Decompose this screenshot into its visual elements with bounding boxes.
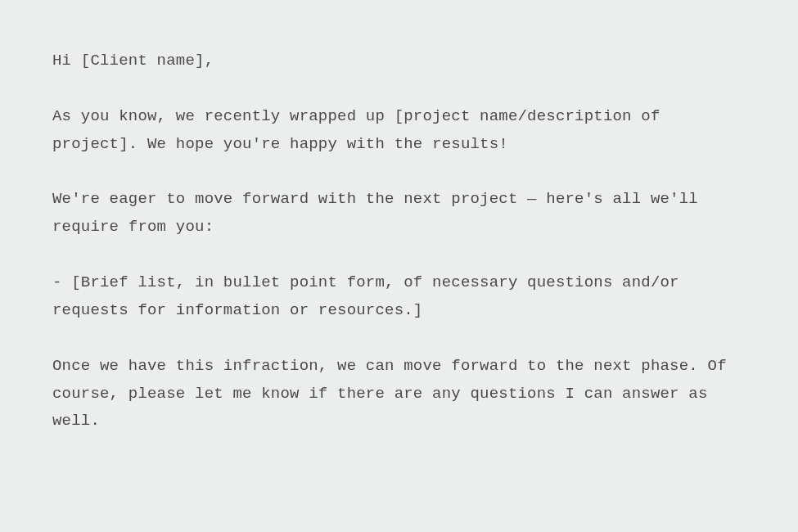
paragraph-closing: Once we have this infraction, we can mov… bbox=[52, 353, 749, 435]
paragraph-bullet-placeholder: - [Brief list, in bullet point form, of … bbox=[52, 269, 749, 325]
paragraph-requirements-lead: We're eager to move forward with the nex… bbox=[52, 186, 749, 241]
greeting-line: Hi [Client name], bbox=[52, 47, 749, 75]
paragraph-intro: As you know, we recently wrapped up [pro… bbox=[52, 103, 749, 159]
